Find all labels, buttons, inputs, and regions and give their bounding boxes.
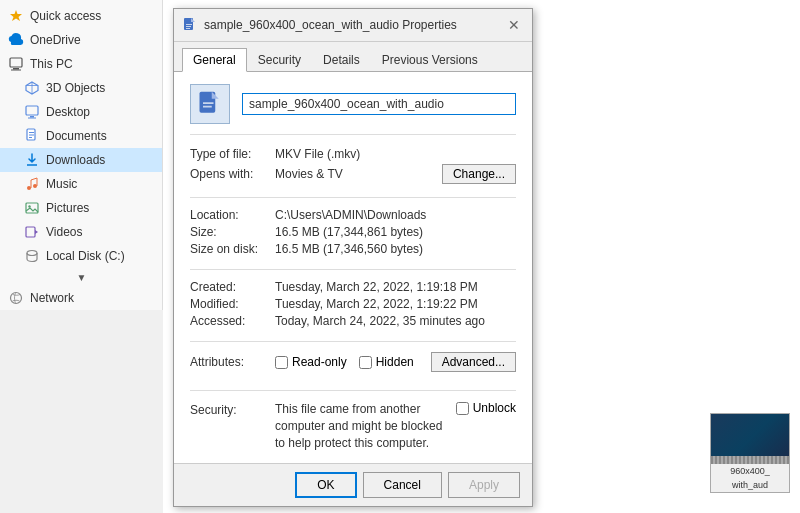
thumbnail-text-line1: 960x400_ <box>711 464 789 478</box>
cloud-icon <box>8 32 24 48</box>
security-label: Security: <box>190 401 275 417</box>
sidebar-item-videos[interactable]: Videos <box>0 220 162 244</box>
security-row: Security: This file came from another co… <box>190 401 516 451</box>
sidebar-item-documents[interactable]: Documents <box>0 124 162 148</box>
file-type-label: Type of file: <box>190 147 275 161</box>
svg-rect-30 <box>203 102 214 104</box>
close-button[interactable]: ✕ <box>504 15 524 35</box>
sidebar-item-music[interactable]: Music <box>0 172 162 196</box>
tab-details[interactable]: Details <box>312 48 371 72</box>
svg-rect-31 <box>203 106 212 108</box>
music-icon <box>24 176 40 192</box>
svg-rect-7 <box>26 106 38 115</box>
opens-with-value: Movies & TV <box>275 167 434 181</box>
readonly-checkbox[interactable] <box>275 356 288 369</box>
svg-rect-11 <box>29 132 34 133</box>
dialog-content: Type of file: MKV File (.mkv) Opens with… <box>174 72 532 463</box>
unblock-checkbox-label[interactable]: Unblock <box>456 401 516 415</box>
svg-point-18 <box>28 205 30 207</box>
sidebar-item-downloads[interactable]: Downloads <box>0 148 162 172</box>
cancel-button[interactable]: Cancel <box>363 472 442 498</box>
modified-label: Modified: <box>190 297 275 311</box>
svg-point-15 <box>27 186 31 190</box>
thumbnail-image <box>711 414 789 464</box>
sidebar-scroll-down[interactable]: ▼ <box>0 268 163 286</box>
sidebar-item-label: Documents <box>46 129 107 143</box>
sidebar-item-label: Desktop <box>46 105 90 119</box>
location-row: Location: C:\Users\ADMIN\Downloads <box>190 208 516 222</box>
svg-marker-0 <box>10 10 22 21</box>
opens-with-label: Opens with: <box>190 167 275 181</box>
sidebar-item-3d-objects[interactable]: 3D Objects <box>0 76 162 100</box>
sidebar-item-label: OneDrive <box>30 33 81 47</box>
sidebar-item-onedrive[interactable]: OneDrive <box>0 28 162 52</box>
network-icon <box>8 290 24 306</box>
svg-rect-3 <box>11 70 21 71</box>
desktop-icon <box>24 104 40 120</box>
size-on-disk-value: 16.5 MB (17,346,560 bytes) <box>275 242 516 256</box>
dialog-footer: OK Cancel Apply <box>174 463 532 506</box>
sidebar-item-this-pc[interactable]: This PC <box>0 52 162 76</box>
file-type-row: Type of file: MKV File (.mkv) <box>190 147 516 161</box>
sidebar: Quick access OneDrive This PC 3D Objects… <box>0 0 163 513</box>
sidebar-item-label: This PC <box>30 57 73 71</box>
change-button[interactable]: Change... <box>442 164 516 184</box>
download-icon <box>24 152 40 168</box>
video-icon <box>24 224 40 240</box>
svg-rect-12 <box>29 135 34 136</box>
file-icon <box>190 84 230 124</box>
sidebar-item-local-disk[interactable]: Local Disk (C:) <box>0 244 162 268</box>
readonly-checkbox-label[interactable]: Read-only <box>275 355 347 369</box>
sidebar-item-label: Videos <box>46 225 82 239</box>
hidden-label: Hidden <box>376 355 414 369</box>
sidebar-item-label: Network <box>30 291 74 305</box>
disk-icon <box>24 248 40 264</box>
tab-bar: General Security Details Previous Versio… <box>174 42 532 72</box>
documents-icon <box>24 128 40 144</box>
unblock-checkbox[interactable] <box>456 402 469 415</box>
location-label: Location: <box>190 208 275 222</box>
size-label: Size: <box>190 225 275 239</box>
sidebar-item-label: 3D Objects <box>46 81 105 95</box>
tab-previous-versions[interactable]: Previous Versions <box>371 48 489 72</box>
sidebar-item-label: Local Disk (C:) <box>46 249 125 263</box>
unblock-label: Unblock <box>473 401 516 415</box>
sidebar-item-quick-access[interactable]: Quick access <box>0 4 162 28</box>
svg-rect-9 <box>28 118 36 119</box>
ok-button[interactable]: OK <box>295 472 356 498</box>
size-on-disk-label: Size on disk: <box>190 242 275 256</box>
svg-rect-13 <box>29 137 32 138</box>
sidebar-item-label: Pictures <box>46 201 89 215</box>
svg-rect-8 <box>30 116 34 118</box>
unblock-wrap: Unblock <box>456 401 516 415</box>
hidden-checkbox-label[interactable]: Hidden <box>359 355 414 369</box>
file-thumbnail: 960x400_ with_aud <box>710 413 790 493</box>
sidebar-item-desktop[interactable]: Desktop <box>0 100 162 124</box>
dates-section: Created: Tuesday, March 22, 2022, 1:19:1… <box>190 280 516 342</box>
file-name-input[interactable] <box>242 93 516 115</box>
sidebar-item-network[interactable]: Network <box>0 286 162 310</box>
sidebar-item-label: Downloads <box>46 153 105 167</box>
accessed-row: Accessed: Today, March 24, 2022, 35 minu… <box>190 314 516 328</box>
accessed-label: Accessed: <box>190 314 275 328</box>
star-icon <box>8 8 24 24</box>
size-on-disk-row: Size on disk: 16.5 MB (17,346,560 bytes) <box>190 242 516 256</box>
svg-rect-27 <box>186 28 190 29</box>
sidebar-item-label: Music <box>46 177 77 191</box>
properties-dialog: sample_960x400_ocean_with_audio Properti… <box>173 8 533 507</box>
advanced-button[interactable]: Advanced... <box>431 352 516 372</box>
svg-point-22 <box>11 293 22 304</box>
svg-rect-1 <box>10 58 22 67</box>
accessed-value: Today, March 24, 2022, 35 minutes ago <box>275 314 516 328</box>
sidebar-item-pictures[interactable]: Pictures <box>0 196 162 220</box>
apply-button[interactable]: Apply <box>448 472 520 498</box>
tab-general[interactable]: General <box>182 48 247 72</box>
security-text: This file came from another computer and… <box>275 401 448 451</box>
hidden-checkbox[interactable] <box>359 356 372 369</box>
cube-icon <box>24 80 40 96</box>
tab-security[interactable]: Security <box>247 48 312 72</box>
svg-marker-20 <box>35 230 38 234</box>
svg-point-21 <box>27 251 37 256</box>
created-value: Tuesday, March 22, 2022, 1:19:18 PM <box>275 280 516 294</box>
modified-row: Modified: Tuesday, March 22, 2022, 1:19:… <box>190 297 516 311</box>
